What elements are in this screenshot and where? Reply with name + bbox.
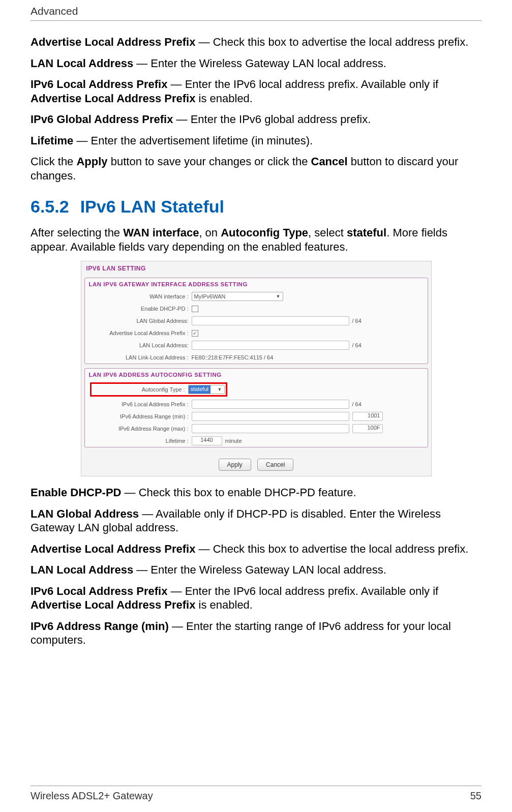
desc-rest: is enabled.	[195, 92, 253, 105]
ipv6-local-prefix-suffix: / 64	[352, 401, 362, 407]
ipv6-range-min-label: IPv6 Address Range (min) :	[90, 413, 192, 419]
wan-interface-select[interactable]: MyIPv6WAN ▼	[192, 292, 283, 301]
term: LAN Local Address	[31, 563, 133, 576]
apply-button[interactable]: Apply	[219, 459, 251, 471]
row-wan-interface: WAN interface : MyIPv6WAN ▼	[85, 290, 428, 303]
term: IPv6 Local Address Prefix	[31, 78, 167, 91]
chevron-down-icon: ▼	[218, 387, 224, 392]
footer-page-number: 55	[470, 790, 481, 802]
term: Advertise Local Address Prefix	[31, 36, 195, 48]
lan-local-input[interactable]	[192, 341, 349, 350]
para-lan-global-address: LAN Global Address — Available only if D…	[31, 507, 481, 535]
term: Lifetime	[31, 134, 73, 147]
term: IPv6 Local Address Prefix	[31, 585, 167, 597]
lan-local-label: LAN Local Address:	[90, 342, 192, 348]
check-icon: ✓	[193, 330, 197, 336]
autoconfig-group: LAN IPV6 ADDRESS AUTOCONFIG SETTING Auto…	[84, 368, 428, 447]
ipv6-local-prefix-input[interactable]	[192, 400, 349, 409]
para-lifetime: Lifetime — Enter the advertisement lifet…	[31, 134, 481, 148]
para-adv-local-prefix: Advertise Local Address Prefix — Check t…	[31, 35, 481, 49]
term: LAN Global Address	[31, 507, 139, 520]
desc: — Enter the Wireless Gateway LAN local a…	[133, 57, 386, 70]
desc: — Enter the Wireless Gateway LAN local a…	[133, 563, 386, 576]
advertise-local-prefix-checkbox[interactable]: ✓	[192, 330, 198, 337]
footer-product: Wireless ADSL2+ Gateway	[31, 790, 153, 802]
lifetime-label: Lifetime :	[90, 438, 192, 444]
chevron-down-icon: ▼	[276, 294, 281, 299]
panel-button-bar: Apply Cancel	[81, 452, 431, 476]
row-ipv6-range-max: IPv6 Address Range (max) : 100F	[85, 423, 428, 435]
wan-interface-value: MyIPv6WAN	[194, 293, 226, 299]
autoconfig-type-select[interactable]: stateful ▼	[188, 385, 225, 394]
apply-word: Apply	[76, 155, 107, 168]
enable-dhcp-pd-label: Enable DHCP-PD :	[90, 306, 192, 312]
page-content: Advertise Local Address Prefix — Check t…	[31, 21, 481, 647]
section-lead: After selecting the WAN interface, on Au…	[31, 226, 481, 254]
para-ipv6-local-prefix: IPv6 Local Address Prefix — Enter the IP…	[31, 77, 481, 105]
row-lifetime: Lifetime : 1440 minute	[85, 435, 428, 447]
t3: , select	[308, 226, 347, 239]
para-ipv6-range-min: IPv6 Address Range (min) — Enter the sta…	[31, 619, 481, 647]
lan-global-suffix: / 64	[352, 318, 362, 324]
term2: Advertise Local Address Prefix	[31, 92, 195, 105]
term: LAN Local Address	[31, 57, 133, 70]
para-apply-cancel: Click the Apply button to save your chan…	[31, 155, 481, 183]
row-lan-global-address: LAN Global Address: / 64	[85, 315, 428, 327]
group2-title: LAN IPV6 ADDRESS AUTOCONFIG SETTING	[85, 369, 428, 381]
cancel-word: Cancel	[311, 155, 348, 168]
row-lan-local-address: LAN Local Address: / 64	[85, 339, 428, 351]
b3: stateful	[347, 226, 386, 239]
autoconfig-highlight: Autoconfig Type : stateful ▼	[90, 382, 227, 397]
para-lan-local-addr: LAN Local Address — Enter the Wireless G…	[31, 56, 481, 71]
term: IPv6 Global Address Prefix	[31, 113, 173, 126]
lifetime-unit: minute	[225, 438, 242, 444]
section-title: IPv6 LAN Stateful	[80, 197, 224, 216]
ipv6-range-min-input-b[interactable]: 1001	[352, 412, 383, 421]
cancel-button[interactable]: Cancel	[257, 459, 293, 471]
t2: button to save your changes or click the	[108, 155, 311, 168]
row-autoconfig-type: Autoconfig Type : stateful ▼	[85, 381, 428, 398]
para-lan-local-addr-2: LAN Local Address — Enter the Wireless G…	[31, 563, 481, 577]
desc: — Check this box to advertise the local …	[195, 543, 468, 555]
enable-dhcp-pd-checkbox[interactable]	[192, 306, 198, 312]
advertise-local-prefix-label: Advertise Local Address Prefix :	[90, 330, 192, 336]
b1: WAN interface	[123, 226, 199, 239]
ipv6-range-max-input-a[interactable]	[192, 424, 349, 433]
ipv6-range-min-input-a[interactable]	[192, 412, 349, 421]
panel-top-title: IPV6 LAN SETTING	[81, 261, 431, 276]
term: Advertise Local Address Prefix	[31, 543, 195, 555]
gateway-interface-group: LAN IPV6 GATEWAY INTERFACE ADDRESS SETTI…	[84, 278, 428, 364]
lifetime-input[interactable]: 1440	[192, 436, 222, 445]
header-title: Advanced	[31, 5, 78, 17]
page-footer: Wireless ADSL2+ Gateway 55	[31, 786, 481, 802]
para-ipv6-global-prefix: IPv6 Global Address Prefix — Enter the I…	[31, 112, 481, 127]
lan-link-local-label: LAN Link-Local Address :	[90, 354, 192, 360]
lan-local-suffix: / 64	[352, 342, 362, 348]
desc: — Enter the advertisement lifetime (in m…	[73, 134, 313, 147]
row-enable-dhcp-pd: Enable DHCP-PD :	[85, 303, 428, 315]
term2: Advertise Local Address Prefix	[31, 598, 195, 611]
term: Enable DHCP-PD	[31, 486, 121, 499]
ipv6-lan-panel: IPV6 LAN SETTING LAN IPV6 GATEWAY INTERF…	[81, 261, 432, 476]
wan-interface-label: WAN interface :	[90, 293, 192, 299]
desc: — Check this box to enable DHCP-PD featu…	[121, 486, 356, 499]
ipv6-range-max-label: IPv6 Address Range (max) :	[90, 426, 192, 432]
row-advertise-local-prefix: Advertise Local Address Prefix : ✓	[85, 327, 428, 339]
mid: — Enter the IPv6 local address prefix. A…	[167, 585, 438, 597]
rest: is enabled.	[195, 598, 253, 611]
lan-global-label: LAN Global Address:	[90, 318, 192, 324]
autoconfig-type-label: Autoconfig Type :	[93, 386, 188, 393]
t: After selecting the	[31, 226, 123, 239]
row-lan-link-local: LAN Link-Local Address : FE80::218:E7FF:…	[85, 351, 428, 364]
para-ipv6-local-prefix-2: IPv6 Local Address Prefix — Enter the IP…	[31, 584, 481, 612]
lan-link-local-value: FE80::218:E7FF:FE5C:4115 / 64	[192, 354, 274, 360]
lan-global-input[interactable]	[192, 316, 349, 325]
autoconfig-type-value: stateful	[189, 385, 210, 394]
desc-mid: — Enter the IPv6 local address prefix. A…	[167, 78, 438, 91]
section-heading: 6.5.2IPv6 LAN Stateful	[31, 197, 481, 217]
para-adv-local-prefix-2: Advertise Local Address Prefix — Check t…	[31, 542, 481, 556]
term: IPv6 Address Range (min)	[31, 620, 169, 633]
page-header: Advanced	[31, 0, 481, 21]
t2: , on	[199, 226, 221, 239]
ipv6-range-max-input-b[interactable]: 100F	[352, 424, 383, 433]
